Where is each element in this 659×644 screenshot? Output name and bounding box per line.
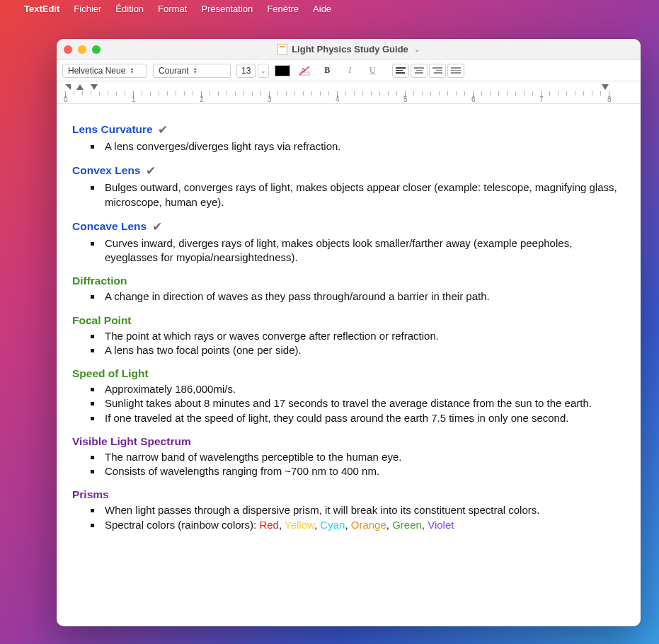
section: PrismsWhen light passes through a disper… xyxy=(72,488,625,532)
font-family-select[interactable]: Helvetica Neue ▲▼ xyxy=(62,64,147,78)
spectral-color: Green xyxy=(392,519,422,531)
svg-marker-4 xyxy=(76,84,84,90)
section: Focal PointThe point at which rays or wa… xyxy=(72,314,625,358)
section-heading[interactable]: Speed of Light xyxy=(72,367,625,380)
bullet-item[interactable]: When light passes through a dispersive p… xyxy=(88,503,625,517)
updown-icon: ▲▼ xyxy=(130,67,134,74)
svg-marker-3 xyxy=(65,84,71,90)
bullet-list: Approximately 186,000mi/s.Sunlight takes… xyxy=(88,382,625,425)
ruler-ticks: 012345678 xyxy=(65,90,632,100)
align-right-button[interactable] xyxy=(429,64,446,78)
svg-marker-6 xyxy=(602,84,609,90)
checkmark-icon: ✔ xyxy=(142,164,156,178)
titlebar[interactable]: Light Physics Study Guide ⌄ xyxy=(57,39,641,60)
align-left-button[interactable] xyxy=(392,64,409,78)
section-heading[interactable]: Convex Lens ✔ xyxy=(72,163,625,178)
spectral-color: Orange xyxy=(351,519,386,531)
section-heading[interactable]: Focal Point xyxy=(72,314,625,327)
menubar-app-name[interactable]: TextEdit xyxy=(24,4,59,14)
italic-button[interactable]: I xyxy=(341,64,358,78)
close-icon[interactable] xyxy=(64,45,72,54)
menu-aide[interactable]: Aide xyxy=(313,4,331,14)
section: Concave Lens ✔Curves inward, diverges ra… xyxy=(72,219,625,265)
bullet-item[interactable]: The narrow band of wavelengths perceptib… xyxy=(88,450,625,464)
menu-presentation[interactable]: Présentation xyxy=(201,4,253,14)
bullet-item[interactable]: If one traveled at the speed of light, t… xyxy=(88,411,625,425)
section: Lens Curvature ✔A lens converges/diverge… xyxy=(72,122,625,154)
spectral-color: Violet xyxy=(428,519,454,531)
bullet-list: When light passes through a dispersive p… xyxy=(88,503,625,532)
align-justify-button[interactable] xyxy=(447,64,464,78)
traffic-lights xyxy=(64,45,101,54)
ruler-label: 1 xyxy=(132,96,136,103)
document-icon xyxy=(277,44,287,55)
section-heading[interactable]: Visible Light Spectrum xyxy=(72,435,625,448)
spectral-color: Cyan xyxy=(320,519,345,531)
ruler-label: 0 xyxy=(64,96,68,103)
checkmark-icon: ✔ xyxy=(155,123,168,137)
font-style-value: Courant xyxy=(159,66,189,76)
updown-icon: ▲▼ xyxy=(193,67,197,74)
ruler-label: 7 xyxy=(539,96,544,103)
font-size-value: 13 xyxy=(241,66,251,76)
font-family-value: Helvetica Neue xyxy=(68,66,125,76)
spectral-color: Yellow xyxy=(285,519,314,531)
highlight-none-icon[interactable]: a xyxy=(296,64,313,78)
section: Speed of LightApproximately 186,000mi/s.… xyxy=(72,367,625,425)
underline-button[interactable]: U xyxy=(364,64,381,78)
bullet-item[interactable]: A lens has two focal points (one per sid… xyxy=(88,343,625,357)
ruler-label: 3 xyxy=(268,96,272,103)
bullet-item[interactable]: Spectral colors (rainbow colors): Red, Y… xyxy=(88,518,625,532)
zoom-icon[interactable] xyxy=(92,45,101,54)
menu-format[interactable]: Format xyxy=(158,4,187,14)
ruler-label: 5 xyxy=(403,96,408,103)
bullet-item[interactable]: Bulges outward, converges rays of light,… xyxy=(88,180,625,209)
bold-button[interactable]: B xyxy=(319,64,336,78)
spectral-color: Red xyxy=(259,519,279,531)
section-heading[interactable]: Concave Lens ✔ xyxy=(72,219,625,234)
ruler-label: 8 xyxy=(607,96,612,103)
section: Convex Lens ✔Bulges outward, converges r… xyxy=(72,163,625,209)
font-size-input[interactable]: 13 xyxy=(236,64,256,78)
align-center-button[interactable] xyxy=(411,64,428,78)
align-group xyxy=(392,64,464,78)
ruler-label: 4 xyxy=(336,96,340,103)
section-heading[interactable]: Prisms xyxy=(72,488,625,501)
bullet-item[interactable]: Approximately 186,000mi/s. xyxy=(88,382,625,396)
bullet-list: The narrow band of wavelengths perceptib… xyxy=(88,450,625,479)
bullet-list: Bulges outward, converges rays of light,… xyxy=(88,180,625,209)
document-body[interactable]: Lens Curvature ✔A lens converges/diverge… xyxy=(57,104,641,626)
chevron-down-icon[interactable]: ⌄ xyxy=(414,45,420,53)
window-title: Light Physics Study Guide xyxy=(292,44,408,54)
section-heading[interactable]: Diffraction xyxy=(72,275,625,287)
checkmark-icon: ✔ xyxy=(149,220,162,234)
bullet-list: Curves inward, diverges rays of light, m… xyxy=(88,236,625,265)
menu-edition[interactable]: Édition xyxy=(115,4,144,14)
bullet-item[interactable]: Consists of wavelengths ranging from ~70… xyxy=(88,464,625,478)
ruler-label: 6 xyxy=(471,96,476,103)
ruler-label: 2 xyxy=(200,96,204,103)
bullet-list: The point at which rays or waves converg… xyxy=(88,329,625,358)
section: Visible Light SpectrumThe narrow band of… xyxy=(72,435,625,479)
font-size-stepper[interactable]: ⌄ xyxy=(258,64,269,78)
svg-marker-5 xyxy=(91,84,98,90)
font-size-control: 13 ⌄ xyxy=(236,64,269,78)
bullet-list: A change in direction of waves as they p… xyxy=(88,289,625,304)
section-heading[interactable]: Lens Curvature ✔ xyxy=(72,122,625,137)
bullet-item[interactable]: A change in direction of waves as they p… xyxy=(88,289,625,304)
menu-fenetre[interactable]: Fenêtre xyxy=(267,4,299,14)
bullet-item[interactable]: A lens converges/diverges light rays via… xyxy=(88,139,625,154)
text-color-swatch[interactable] xyxy=(275,65,290,76)
ruler[interactable]: 012345678 xyxy=(57,81,641,104)
menubar: TextEdit Fichier Édition Format Présenta… xyxy=(0,0,659,17)
font-style-select[interactable]: Courant ▲▼ xyxy=(153,64,231,78)
bullet-item[interactable]: Curves inward, diverges rays of light, m… xyxy=(88,236,625,265)
bullet-item[interactable]: The point at which rays or waves converg… xyxy=(88,329,625,343)
bullet-list: A lens converges/diverges light rays via… xyxy=(88,139,625,154)
section: DiffractionA change in direction of wave… xyxy=(72,275,625,304)
toolbar: Helvetica Neue ▲▼ Courant ▲▼ 13 ⌄ a B I … xyxy=(57,60,641,81)
minimize-icon[interactable] xyxy=(78,45,86,54)
bullet-item[interactable]: Sunlight takes about 8 minutes and 17 se… xyxy=(88,396,625,410)
menu-fichier[interactable]: Fichier xyxy=(74,4,101,14)
app-window: Light Physics Study Guide ⌄ Helvetica Ne… xyxy=(57,39,641,626)
